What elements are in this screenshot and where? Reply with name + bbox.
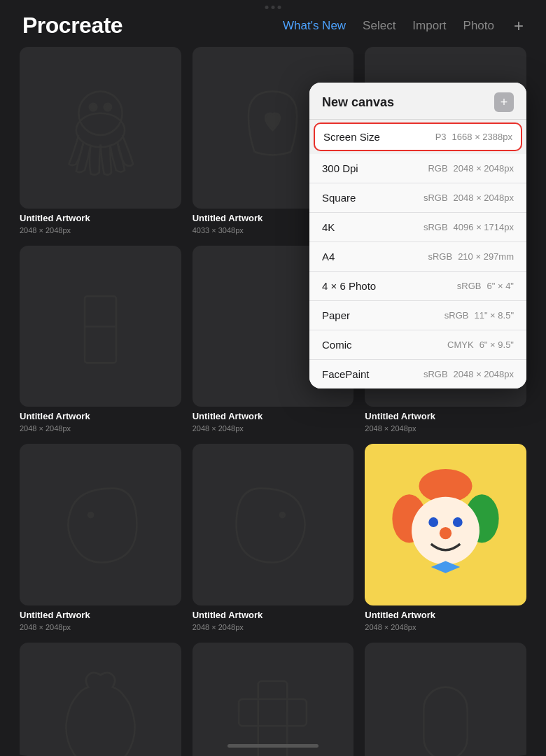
canvas-option-paper[interactable]: Paper sRGB 11" × 8.5" bbox=[309, 301, 526, 330]
artwork-thumb[interactable] bbox=[365, 643, 526, 756]
home-indicator bbox=[227, 744, 318, 748]
new-canvas-dropdown: New canvas + Screen Size P3 1668 × 2388p… bbox=[309, 83, 526, 388]
canvas-option-size: 210 × 297mm bbox=[458, 251, 514, 262]
list-item[interactable]: Untitled Artwork 2048 × 2048px bbox=[192, 444, 354, 631]
canvas-option-size: 1668 × 2388px bbox=[452, 132, 512, 142]
svg-point-7 bbox=[88, 512, 93, 517]
artwork-thumb[interactable] bbox=[192, 643, 354, 756]
list-item[interactable]: Untitled Artwork 2048 × 2048px bbox=[20, 444, 181, 631]
list-item[interactable]: Untitled Artwork 2048 × 2048px bbox=[365, 643, 526, 756]
canvas-option-colorspace: sRGB bbox=[424, 369, 448, 379]
canvas-option-colorspace: RGB bbox=[428, 163, 447, 174]
artwork-size: 2048 × 2048px bbox=[365, 623, 526, 631]
nav-import[interactable]: Import bbox=[412, 19, 446, 33]
artwork-size: 2048 × 2048px bbox=[192, 623, 354, 631]
nav-plus-button[interactable]: + bbox=[514, 16, 524, 36]
canvas-option-300dpi[interactable]: 300 Dpi RGB 2048 × 2048px bbox=[309, 154, 526, 183]
canvas-option-name: 4 × 6 Photo bbox=[322, 280, 457, 292]
svg-point-1 bbox=[90, 104, 97, 111]
canvas-option-colorspace: sRGB bbox=[457, 281, 482, 291]
top-bar: Procreate What's New Select Import Photo… bbox=[0, 0, 546, 47]
canvas-option-name: 300 Dpi bbox=[322, 162, 428, 174]
artwork-thumb[interactable] bbox=[20, 444, 181, 606]
list-item[interactable]: Untitled Artwork 2048 × 2048px bbox=[365, 444, 526, 631]
svg-point-14 bbox=[453, 517, 463, 527]
list-item[interactable]: Untitled Artwork 2048 × 2048px bbox=[20, 643, 181, 756]
artwork-size: 2048 × 2048px bbox=[20, 226, 181, 234]
app-title: Procreate bbox=[22, 13, 122, 38]
artwork-label: Untitled Artwork bbox=[192, 610, 354, 620]
dropdown-header: New canvas + bbox=[309, 83, 526, 120]
artwork-label: Untitled Artwork bbox=[20, 610, 181, 620]
svg-point-8 bbox=[280, 512, 285, 517]
canvas-option-name: Square bbox=[322, 192, 424, 204]
canvas-option-name: Comic bbox=[322, 339, 447, 351]
canvas-option-colorspace: CMYK bbox=[447, 340, 474, 350]
canvas-option-colorspace: P3 bbox=[435, 132, 447, 142]
top-nav: What's New Select Import Photo + bbox=[283, 16, 524, 36]
canvas-option-size: 2048 × 2048px bbox=[454, 369, 514, 379]
list-item[interactable]: Untitled Artwork 2048 × 2048px bbox=[20, 246, 181, 433]
artwork-size: 2048 × 2048px bbox=[365, 424, 526, 433]
artwork-size: 2048 × 2048px bbox=[20, 424, 181, 433]
svg-rect-5 bbox=[85, 296, 116, 363]
nav-whats-new[interactable]: What's New bbox=[283, 19, 346, 33]
dropdown-title: New canvas bbox=[322, 95, 394, 110]
svg-rect-18 bbox=[424, 687, 468, 756]
canvas-option-colorspace: sRGB bbox=[444, 310, 469, 321]
artwork-label: Untitled Artwork bbox=[20, 411, 181, 421]
canvas-option-size: 4096 × 1714px bbox=[454, 222, 514, 232]
artwork-thumb[interactable] bbox=[192, 444, 354, 606]
canvas-option-colorspace: sRGB bbox=[424, 222, 448, 232]
artwork-size: 2048 × 2048px bbox=[20, 623, 181, 631]
svg-point-3 bbox=[76, 113, 125, 147]
canvas-option-name: Screen Size bbox=[323, 131, 435, 143]
artwork-label: Untitled Artwork bbox=[20, 213, 181, 223]
artwork-thumb[interactable] bbox=[20, 47, 181, 209]
canvas-option-facepaint[interactable]: FacePaint sRGB 2048 × 2048px bbox=[309, 360, 526, 388]
artwork-thumb[interactable] bbox=[20, 643, 181, 756]
nav-select[interactable]: Select bbox=[363, 19, 396, 33]
canvas-option-size: 2048 × 2048px bbox=[454, 192, 514, 203]
svg-point-13 bbox=[428, 517, 438, 527]
artwork-thumb[interactable] bbox=[365, 444, 526, 606]
canvas-option-screen-size[interactable]: Screen Size P3 1668 × 2388px bbox=[314, 122, 522, 151]
dropdown-add-button[interactable]: + bbox=[494, 92, 514, 112]
canvas-option-size: 6" × 4" bbox=[486, 281, 514, 291]
canvas-option-comic[interactable]: Comic CMYK 6" × 9.5" bbox=[309, 330, 526, 360]
canvas-option-size: 11" × 8.5" bbox=[474, 310, 514, 321]
canvas-option-size: 6" × 9.5" bbox=[479, 340, 514, 350]
nav-photo[interactable]: Photo bbox=[463, 19, 494, 33]
canvas-option-square[interactable]: Square sRGB 2048 × 2048px bbox=[309, 183, 526, 213]
canvas-option-colorspace: sRGB bbox=[428, 251, 452, 262]
canvas-option-a4[interactable]: A4 sRGB 210 × 297mm bbox=[309, 242, 526, 272]
svg-point-2 bbox=[104, 104, 111, 111]
canvas-option-name: FacePaint bbox=[322, 368, 424, 380]
canvas-option-size: 2048 × 2048px bbox=[454, 163, 514, 174]
canvas-option-name: 4K bbox=[322, 221, 424, 233]
canvas-option-name: A4 bbox=[322, 251, 428, 262]
artwork-thumb[interactable] bbox=[20, 246, 181, 407]
canvas-option-4k[interactable]: 4K sRGB 4096 × 1714px bbox=[309, 213, 526, 242]
artwork-label: Untitled Artwork bbox=[365, 610, 526, 620]
list-item[interactable]: Untitled Artwork 2048 × 2048px bbox=[192, 643, 354, 756]
artwork-label: Untitled Artwork bbox=[365, 411, 526, 421]
canvas-option-colorspace: sRGB bbox=[424, 192, 448, 203]
canvas-option-name: Paper bbox=[322, 309, 444, 321]
canvas-option-4x6photo[interactable]: 4 × 6 Photo sRGB 6" × 4" bbox=[309, 272, 526, 301]
artwork-label: Untitled Artwork bbox=[192, 411, 354, 421]
list-item[interactable]: Untitled Artwork 2048 × 2048px bbox=[20, 47, 181, 234]
artwork-size: 2048 × 2048px bbox=[192, 424, 354, 433]
svg-point-15 bbox=[440, 527, 451, 539]
svg-rect-17 bbox=[239, 699, 307, 726]
